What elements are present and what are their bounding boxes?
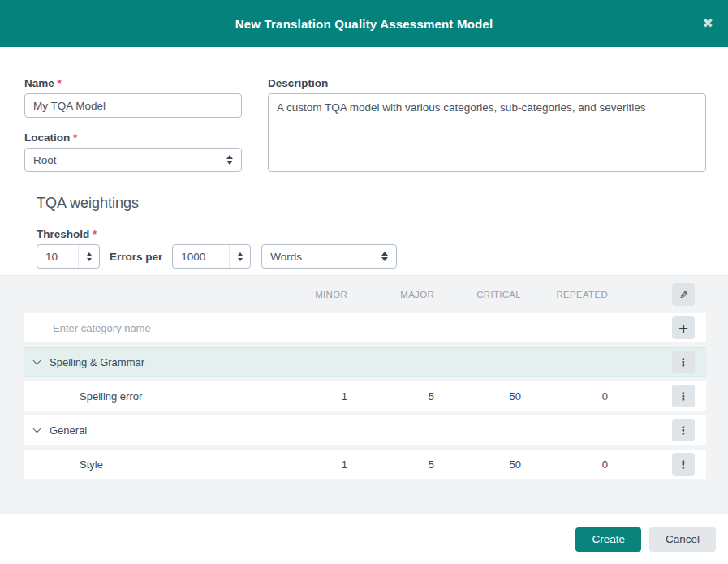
name-label: Name * xyxy=(24,77,242,89)
category-row[interactable]: General⋮ xyxy=(24,415,706,445)
errors-per-label: Errors per xyxy=(110,251,162,263)
kebab-menu-icon: ⋮ xyxy=(678,390,689,403)
location-label: Location * xyxy=(24,131,242,144)
kebab-menu-icon: ⋮ xyxy=(678,356,689,368)
modal-header: New Translation Quality Assessment Model… xyxy=(0,0,728,47)
kebab-menu-icon: ⋮ xyxy=(678,424,689,437)
row-menu-button[interactable]: ⋮ xyxy=(672,419,695,441)
new-category-input[interactable] xyxy=(24,322,261,334)
critical-value: 50 xyxy=(434,459,521,471)
subcategory-name: Spelling error xyxy=(80,390,142,403)
critical-value: 50 xyxy=(434,390,521,403)
category-row[interactable]: Spelling & Grammar⋮ xyxy=(24,347,706,377)
stepper-arrows-icon[interactable] xyxy=(78,245,99,268)
subcategory-row: Style15500⋮ xyxy=(24,450,706,479)
row-menu-button[interactable]: ⋮ xyxy=(672,385,695,407)
add-category-button[interactable]: + xyxy=(672,316,695,339)
kebab-menu-icon: ⋮ xyxy=(678,459,689,471)
description-field[interactable]: A custom TQA model with various categori… xyxy=(268,93,706,172)
close-icon[interactable]: ✖ xyxy=(703,17,713,30)
required-marker: * xyxy=(58,77,62,89)
modal-title: New Translation Quality Assessment Model xyxy=(235,17,493,31)
minor-value: 1 xyxy=(261,390,347,403)
threshold-stepper-wrap xyxy=(37,244,100,269)
plus-icon: + xyxy=(678,321,688,336)
column-header-minor: MINOR xyxy=(261,290,347,299)
tqa-table-section: MINOR MAJOR CRITICAL REPEATED ✎ + Spelli… xyxy=(0,275,728,514)
threshold-row: Errors per Words xyxy=(37,244,706,269)
minor-value: 1 xyxy=(261,459,347,471)
form-area: Name * Location * Root Description A cus… xyxy=(0,47,728,172)
major-value: 5 xyxy=(347,390,434,403)
column-header-repeated: REPEATED xyxy=(521,290,608,299)
name-field[interactable] xyxy=(24,93,242,118)
table-header-row: MINOR MAJOR CRITICAL REPEATED ✎ xyxy=(24,276,706,313)
threshold-label: Threshold * xyxy=(37,228,706,240)
required-marker: * xyxy=(93,228,97,240)
repeated-value: 0 xyxy=(521,459,608,471)
stepper-arrows-icon[interactable] xyxy=(229,245,250,268)
category-name: General xyxy=(50,424,87,437)
tqa-weightings-heading: TQA weightings xyxy=(37,195,706,212)
pencil-icon: ✎ xyxy=(679,289,688,301)
form-right-column: Description A custom TQA model with vari… xyxy=(268,77,706,172)
create-button[interactable]: Create xyxy=(575,527,641,552)
chevron-down-icon[interactable] xyxy=(33,425,41,433)
major-value: 5 xyxy=(347,459,434,471)
tqa-table-rows: Spelling & Grammar⋮Spelling error15500⋮G… xyxy=(24,347,706,479)
category-name: Spelling & Grammar xyxy=(50,356,144,368)
unit-select[interactable]: Words xyxy=(261,244,397,269)
description-label: Description xyxy=(268,77,706,89)
edit-weightings-button[interactable]: ✎ xyxy=(672,283,695,306)
modal-footer: Create Cancel xyxy=(0,514,728,564)
tqa-weightings-section: TQA weightings Threshold * Errors per Wo… xyxy=(0,172,728,269)
required-marker: * xyxy=(73,131,77,144)
subcategory-name: Style xyxy=(80,459,103,471)
sorter-icon xyxy=(226,155,233,165)
cancel-button[interactable]: Cancel xyxy=(649,527,716,552)
chevron-down-icon[interactable] xyxy=(33,357,41,365)
errors-per-stepper-wrap xyxy=(172,244,251,269)
unit-selected-value: Words xyxy=(270,251,302,263)
row-menu-button[interactable]: ⋮ xyxy=(672,351,695,373)
row-menu-button[interactable]: ⋮ xyxy=(672,453,695,476)
column-header-critical: CRITICAL xyxy=(434,290,521,299)
column-header-major: MAJOR xyxy=(347,290,434,299)
form-left-column: Name * Location * Root xyxy=(24,77,242,172)
location-selected-value: Root xyxy=(33,154,57,166)
repeated-value: 0 xyxy=(521,390,608,403)
sorter-icon xyxy=(381,252,388,261)
subcategory-row: Spelling error15500⋮ xyxy=(24,381,706,411)
location-select[interactable]: Root xyxy=(24,148,242,172)
new-category-row: + xyxy=(24,313,706,342)
